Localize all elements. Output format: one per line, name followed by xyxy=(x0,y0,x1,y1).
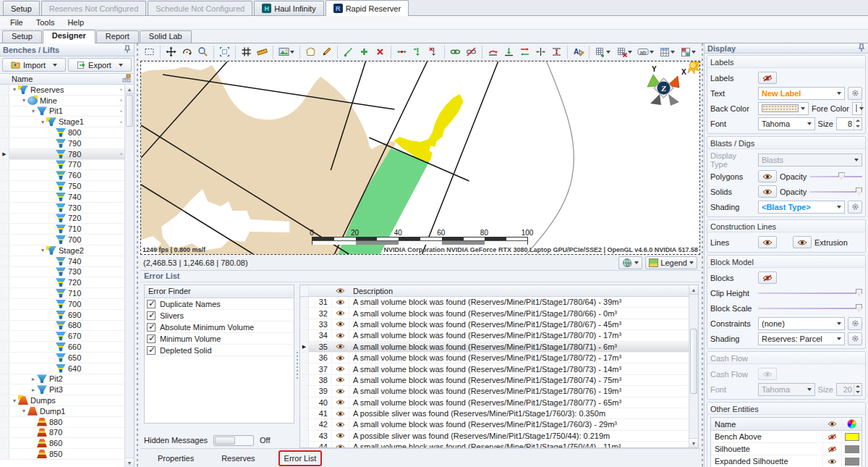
error-row[interactable]: 34 A small volume block was found (Reser… xyxy=(300,330,689,341)
map-viewport[interactable]: 020406080100 Z Y X 1249 xyxy=(140,61,700,255)
tree-item[interactable]: 780 ▪ xyxy=(0,149,124,160)
tree-item[interactable]: ▸ Pit2 ▪ xyxy=(0,374,124,385)
entities-name-column-header[interactable]: Name xyxy=(711,420,822,429)
drop-vertex-button[interactable] xyxy=(501,44,516,59)
menu-item[interactable]: Help xyxy=(61,17,90,28)
error-visibility-icon[interactable] xyxy=(332,386,349,396)
app-tab[interactable]: Reserves Not Configured xyxy=(41,1,147,15)
band-style-dropdown[interactable] xyxy=(657,44,678,59)
app-tab[interactable]: Schedule Not Configured xyxy=(148,1,252,15)
unjoin-lines-button[interactable] xyxy=(464,44,479,59)
bottom-tab[interactable]: Error List xyxy=(278,450,323,466)
entities-visibility-column-header[interactable] xyxy=(822,418,841,430)
error-finder-row[interactable]: Slivers xyxy=(145,310,294,321)
clip-height-slider[interactable] xyxy=(758,288,862,298)
error-table-scrollbar[interactable]: ▲ ▼ xyxy=(689,285,698,447)
app-tab[interactable]: Setup xyxy=(3,1,40,15)
error-finder-row[interactable]: Depleted Solid xyxy=(145,345,294,356)
label-style-dropdown[interactable]: ab xyxy=(635,44,656,59)
scroll-up-arrow[interactable]: ▲ xyxy=(125,85,134,94)
error-visibility-icon[interactable] xyxy=(332,297,349,307)
view-globe-button[interactable] xyxy=(618,256,642,269)
error-row[interactable]: 40 A small volume block was found (Reser… xyxy=(300,397,689,408)
label-text-combo[interactable]: New Label xyxy=(758,87,845,100)
error-visibility-icon[interactable] xyxy=(332,375,349,385)
delete-point-button[interactable] xyxy=(426,44,441,59)
error-finder-row[interactable]: Duplicate Names xyxy=(145,298,294,310)
tree-item[interactable]: 750 ▪ xyxy=(0,181,124,192)
tree-item[interactable]: 660 ▪ xyxy=(0,342,124,353)
error-row[interactable]: 41 A possible sliver was found (Reserves… xyxy=(300,408,689,419)
polygons-visibility-button[interactable] xyxy=(758,170,777,182)
tree-item[interactable]: ▾ Dump1 ▪ xyxy=(0,406,124,417)
tree-item[interactable]: ▾ Mine ▪ xyxy=(0,96,124,106)
reverse-line-button[interactable] xyxy=(485,44,501,59)
error-row[interactable]: 39 A small volume block was found (Reser… xyxy=(300,386,689,397)
tree-item[interactable]: ▾ Stage1 ▪ xyxy=(0,117,124,127)
module-tab[interactable]: Setup xyxy=(2,30,42,43)
export-button[interactable]: Export xyxy=(68,58,132,72)
app-tab[interactable]: R Rapid Reserver xyxy=(326,0,409,16)
pin-icon[interactable] xyxy=(858,43,865,53)
tree-item[interactable]: 670 ▪ xyxy=(0,331,124,342)
capture-image-dropdown[interactable] xyxy=(276,44,297,59)
tree-expander-icon[interactable]: ▾ xyxy=(20,408,27,414)
orbit-button[interactable] xyxy=(179,44,195,59)
description-column-header[interactable]: Description xyxy=(349,287,393,295)
bottom-tab[interactable]: Properties xyxy=(153,452,198,465)
checkbox[interactable] xyxy=(147,300,156,308)
tree-item[interactable]: 800 ▪ xyxy=(0,127,124,138)
error-visibility-icon[interactable] xyxy=(332,408,349,418)
import-dropdown-arrow[interactable] xyxy=(53,64,57,67)
error-row[interactable]: 31 A small volume block was found (Reser… xyxy=(300,297,689,308)
slider-thumb[interactable] xyxy=(856,289,862,297)
tree-item[interactable]: 770 ▪ xyxy=(0,160,124,171)
delete-vertex-button[interactable] xyxy=(373,44,388,59)
slider-thumb[interactable] xyxy=(856,304,862,312)
axis-gizmo[interactable]: Z Y X xyxy=(637,64,689,115)
blasts-shading-gear-button[interactable] xyxy=(848,201,862,214)
block-scale-slider[interactable] xyxy=(758,303,862,314)
add-column-dropdown[interactable] xyxy=(592,44,613,59)
entity-row[interactable]: Bench Above xyxy=(711,431,861,443)
lines-visibility-button[interactable] xyxy=(758,236,777,248)
tree-item[interactable]: ▾ Pit1 ▪ xyxy=(0,106,124,117)
entity-color-cell[interactable] xyxy=(841,431,861,442)
entity-visibility-icon[interactable] xyxy=(822,443,841,455)
delete-column-dropdown[interactable] xyxy=(614,44,635,59)
error-visibility-icon[interactable] xyxy=(332,319,349,329)
import-button[interactable]: Import xyxy=(2,58,66,72)
font-size-spinner[interactable]: 8 xyxy=(836,117,862,130)
module-tab[interactable]: Solid Lab xyxy=(140,30,192,43)
tree-expander-icon[interactable]: ▾ xyxy=(30,108,37,114)
tree-item[interactable]: 720 ▪ xyxy=(0,277,124,288)
zoom-button[interactable] xyxy=(195,44,210,59)
tree-item[interactable]: 700 ▪ xyxy=(0,299,124,310)
error-visibility-icon[interactable] xyxy=(332,419,349,429)
tree-item[interactable]: 870 ▪ xyxy=(0,428,124,439)
tree-expander-icon[interactable]: ▾ xyxy=(11,397,18,404)
error-row[interactable]: 32 A small volume block was found (Reser… xyxy=(300,308,689,319)
tree-item[interactable]: 650 ▪ xyxy=(0,353,124,363)
tree-item[interactable]: 690 ▪ xyxy=(0,310,124,321)
conditional-style-dropdown[interactable] xyxy=(678,44,699,59)
tree-expander-icon[interactable]: ▾ xyxy=(20,97,27,104)
constraints-gear-button[interactable] xyxy=(848,317,862,330)
tree-item[interactable]: ▾ Dumps ▪ xyxy=(0,395,124,406)
tree-expander-icon[interactable]: ▸ xyxy=(30,387,37,393)
entity-color-cell[interactable] xyxy=(841,443,861,455)
pin-icon[interactable] xyxy=(124,45,131,54)
scroll-down-arrow[interactable]: ▼ xyxy=(689,438,698,447)
dropdown-arrow[interactable] xyxy=(628,51,632,54)
menu-item[interactable]: File xyxy=(4,17,29,28)
left-splitter[interactable] xyxy=(135,43,140,467)
error-row[interactable]: 37 A small volume block was found (Reser… xyxy=(300,363,689,374)
tree-scrollbar[interactable]: ▲ ▼ xyxy=(124,85,134,467)
entities-color-column-header[interactable] xyxy=(841,418,861,430)
label-text-gear-button[interactable] xyxy=(848,87,862,100)
zoom-extents-button[interactable] xyxy=(217,44,232,59)
error-row[interactable]: 42 A small volume block was found (Reser… xyxy=(300,419,689,430)
entity-visibility-icon[interactable] xyxy=(822,431,841,442)
grid-button[interactable] xyxy=(239,44,254,59)
tree-item[interactable]: 730 ▪ xyxy=(0,267,124,278)
